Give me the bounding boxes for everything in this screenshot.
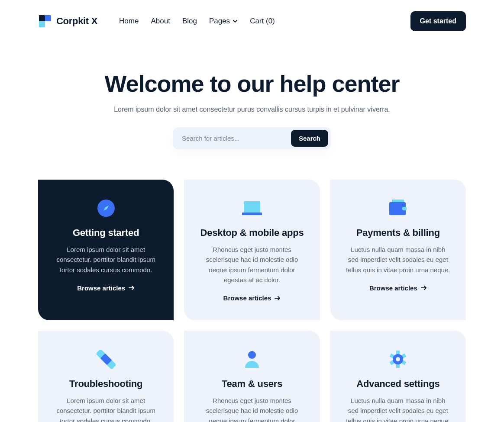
logo-mark-icon	[38, 14, 52, 28]
page-title: Welcome to our help center	[38, 70, 466, 97]
browse-articles-link[interactable]: Browse articles	[77, 284, 135, 292]
card-troubleshooting[interactable]: Troubleshooting Lorem ipsum dolor sit am…	[38, 331, 174, 422]
header: Corpkit X Home About Blog Pages Cart (0)…	[38, 11, 466, 31]
arrow-right-icon	[275, 295, 281, 301]
card-title: Troubleshooting	[53, 378, 159, 390]
hero: Welcome to our help center Lorem ipsum d…	[38, 70, 466, 149]
logo-text: Corpkit X	[56, 16, 97, 27]
card-title: Getting started	[53, 227, 159, 238]
wallet-icon	[345, 199, 451, 218]
arrow-right-icon	[421, 285, 427, 291]
svg-point-8	[248, 351, 256, 359]
nav-pages[interactable]: Pages	[209, 17, 238, 26]
card-title: Desktop & mobile apps	[199, 227, 305, 238]
bandage-icon	[53, 350, 159, 369]
monitor-icon	[199, 199, 305, 218]
card-desc: Rhoncus eget justo montes scelerisque ha…	[199, 245, 305, 285]
get-started-button[interactable]: Get started	[410, 11, 466, 31]
card-desc: Lorem ipsum dolor sit amet consectetur. …	[53, 245, 159, 275]
card-title: Payments & billing	[345, 227, 451, 238]
category-grid: Getting started Lorem ipsum dolor sit am…	[38, 180, 466, 422]
card-desc: Luctus nulla quam massa in nibh sed impe…	[345, 245, 451, 275]
compass-icon	[53, 199, 159, 218]
card-title: Advanced settings	[345, 378, 451, 390]
page-subtitle: Lorem ipsum dolor sit amet consectetur p…	[38, 106, 466, 113]
arrow-right-icon	[129, 285, 135, 291]
card-payments-billing[interactable]: Payments & billing Luctus nulla quam mas…	[330, 180, 466, 320]
card-getting-started[interactable]: Getting started Lorem ipsum dolor sit am…	[38, 180, 174, 320]
card-desc: Lorem ipsum dolor sit amet consectetur. …	[53, 396, 159, 422]
svg-rect-5	[402, 207, 407, 210]
card-desc: Rhoncus eget justo montes scelerisque ha…	[199, 396, 305, 422]
search-input[interactable]	[182, 135, 291, 142]
browse-articles-link[interactable]: Browse articles	[223, 294, 281, 302]
card-desktop-mobile[interactable]: Desktop & mobile apps Rhoncus eget justo…	[184, 180, 320, 320]
search-form: Search	[173, 127, 331, 149]
nav-pages-label: Pages	[209, 17, 230, 26]
nav-cart[interactable]: Cart (0)	[250, 17, 275, 26]
user-icon	[199, 350, 305, 369]
chevron-down-icon	[233, 19, 238, 24]
svg-point-13	[396, 357, 400, 361]
card-advanced-settings[interactable]: Advanced settings Luctus nulla quam mass…	[330, 331, 466, 422]
card-link-label: Browse articles	[77, 284, 125, 292]
nav-about[interactable]: About	[151, 17, 170, 26]
search-button[interactable]: Search	[291, 130, 328, 147]
card-link-label: Browse articles	[223, 294, 271, 302]
svg-rect-2	[242, 213, 262, 215]
card-title: Team & users	[199, 378, 305, 390]
nav-home[interactable]: Home	[119, 17, 139, 26]
logo[interactable]: Corpkit X	[38, 14, 97, 28]
nav: Home About Blog Pages Cart (0)	[119, 17, 275, 26]
card-desc: Luctus nulla quam massa in nibh sed impe…	[345, 396, 451, 422]
nav-blog[interactable]: Blog	[182, 17, 197, 26]
card-team-users[interactable]: Team & users Rhoncus eget justo montes s…	[184, 331, 320, 422]
card-link-label: Browse articles	[369, 284, 417, 292]
svg-rect-1	[244, 201, 260, 213]
gear-icon	[345, 350, 451, 369]
browse-articles-link[interactable]: Browse articles	[369, 284, 427, 292]
